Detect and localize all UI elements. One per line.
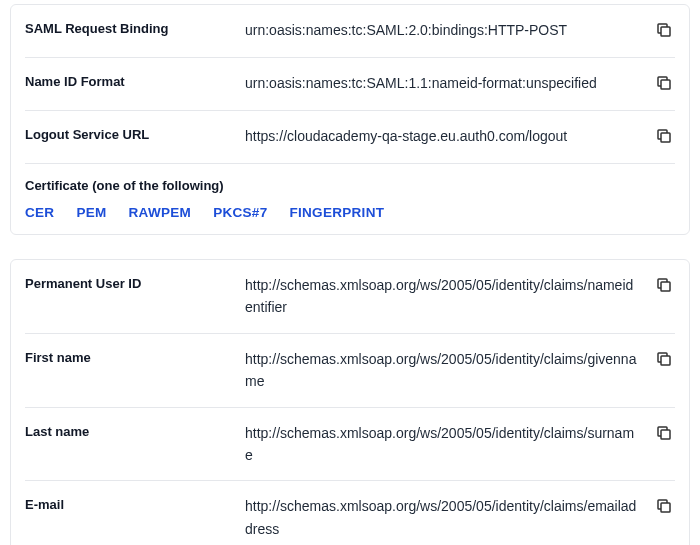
copy-icon [655, 424, 673, 446]
row-first-name: First name http://schemas.xmlsoap.org/ws… [25, 334, 675, 408]
value-name-id-format: urn:oasis:names:tc:SAML:1.1:nameid-forma… [245, 72, 643, 94]
claims-panel: Permanent User ID http://schemas.xmlsoap… [10, 259, 690, 545]
row-saml-request-binding: SAML Request Binding urn:oasis:names:tc:… [25, 5, 675, 58]
row-name-id-format: Name ID Format urn:oasis:names:tc:SAML:1… [25, 58, 675, 111]
copy-button-logout-service-url[interactable] [653, 125, 675, 149]
label-saml-request-binding: SAML Request Binding [25, 19, 235, 39]
value-logout-service-url: https://cloudacademy-qa-stage.eu.auth0.c… [245, 125, 643, 147]
cert-tab-rawpem[interactable]: RAWPEM [129, 205, 192, 220]
copy-button-first-name[interactable] [653, 348, 675, 372]
copy-icon [655, 497, 673, 519]
copy-icon [655, 350, 673, 372]
copy-button-email[interactable] [653, 495, 675, 519]
svg-rect-4 [661, 356, 670, 365]
cert-tab-cer[interactable]: CER [25, 205, 54, 220]
svg-rect-1 [661, 80, 670, 89]
certificate-heading: Certificate (one of the following) [25, 164, 675, 205]
cert-tab-pem[interactable]: PEM [76, 205, 106, 220]
svg-rect-5 [661, 430, 670, 439]
svg-rect-2 [661, 133, 670, 142]
label-last-name: Last name [25, 422, 235, 442]
label-logout-service-url: Logout Service URL [25, 125, 235, 145]
copy-button-name-id-format[interactable] [653, 72, 675, 96]
row-logout-service-url: Logout Service URL https://cloudacademy-… [25, 111, 675, 164]
copy-icon [655, 276, 673, 298]
label-permanent-user-id: Permanent User ID [25, 274, 235, 294]
cert-tab-fingerprint[interactable]: FINGERPRINT [289, 205, 384, 220]
value-last-name: http://schemas.xmlsoap.org/ws/2005/05/id… [245, 422, 643, 467]
copy-button-last-name[interactable] [653, 422, 675, 446]
value-permanent-user-id: http://schemas.xmlsoap.org/ws/2005/05/id… [245, 274, 643, 319]
copy-icon [655, 21, 673, 43]
cert-tab-pkcs7[interactable]: PKCS#7 [213, 205, 267, 220]
value-saml-request-binding: urn:oasis:names:tc:SAML:2.0:bindings:HTT… [245, 19, 643, 41]
copy-icon [655, 127, 673, 149]
label-first-name: First name [25, 348, 235, 368]
value-email: http://schemas.xmlsoap.org/ws/2005/05/id… [245, 495, 643, 540]
saml-settings-panel: SAML Request Binding urn:oasis:names:tc:… [10, 4, 690, 235]
svg-rect-0 [661, 27, 670, 36]
svg-rect-3 [661, 282, 670, 291]
svg-rect-6 [661, 503, 670, 512]
copy-button-permanent-user-id[interactable] [653, 274, 675, 298]
copy-icon [655, 74, 673, 96]
copy-button-saml-request-binding[interactable] [653, 19, 675, 43]
row-email: E-mail http://schemas.xmlsoap.org/ws/200… [25, 481, 675, 545]
certificate-tabs: CER PEM RAWPEM PKCS#7 FINGERPRINT [25, 205, 675, 234]
label-email: E-mail [25, 495, 235, 515]
value-first-name: http://schemas.xmlsoap.org/ws/2005/05/id… [245, 348, 643, 393]
row-permanent-user-id: Permanent User ID http://schemas.xmlsoap… [25, 260, 675, 334]
label-name-id-format: Name ID Format [25, 72, 235, 92]
row-last-name: Last name http://schemas.xmlsoap.org/ws/… [25, 408, 675, 482]
